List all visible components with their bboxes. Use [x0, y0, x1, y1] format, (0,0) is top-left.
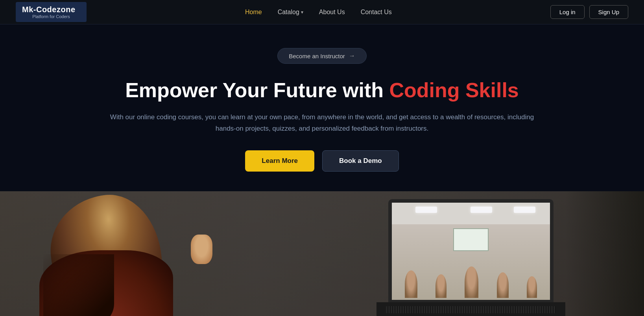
photo-simulation: [0, 191, 644, 316]
nav-links: Home Catalog ▾ About Us Contact Us: [245, 9, 392, 16]
signup-button[interactable]: Sign Up: [589, 5, 628, 19]
logo[interactable]: Mk-Codezone Platform for Coders: [16, 2, 87, 22]
chevron-down-icon: ▾: [301, 9, 303, 15]
screen-person-2: [435, 274, 447, 298]
nav-item-contact[interactable]: Contact Us: [361, 9, 392, 16]
laptop-keyboard: [376, 302, 565, 316]
hero-title: Empower Your Future with Coding Skills: [16, 78, 628, 102]
logo-title: Mk-Codezone: [22, 5, 80, 14]
keyboard-detail: [386, 306, 556, 313]
hero-title-main: Empower Your Future with: [125, 79, 389, 102]
hero-title-highlight: Coding Skills: [389, 79, 519, 102]
logo-subtitle: Platform for Coders: [22, 14, 80, 19]
screen-person-5: [527, 276, 537, 298]
woman-face: [191, 235, 212, 264]
nav-link-contact[interactable]: Contact Us: [361, 9, 392, 15]
login-button[interactable]: Log in: [550, 5, 585, 19]
nav-link-about[interactable]: About Us: [319, 9, 345, 15]
screen-light-3: [514, 207, 535, 213]
right-fade: [565, 191, 644, 316]
hero-subtitle: With our online coding courses, you can …: [106, 112, 539, 135]
nav-item-home[interactable]: Home: [245, 9, 262, 16]
laptop-screen-content: [392, 203, 550, 300]
screen-audience: [392, 262, 550, 298]
nav-actions: Log in Sign Up: [550, 5, 628, 19]
screen-whiteboard: [453, 228, 489, 251]
screen-person-1: [405, 270, 417, 298]
hero-image: [0, 191, 644, 316]
laptop-screen-frame: [388, 199, 554, 303]
hero-section: Become an Instructor → Empower Your Futu…: [0, 24, 644, 191]
hero-buttons: Learn More Book a Demo: [16, 150, 628, 172]
learn-more-button[interactable]: Learn More: [245, 150, 314, 172]
screen-person-4: [497, 272, 509, 298]
instructor-badge-text: Become an Instructor: [289, 53, 345, 59]
screen-ceiling: [392, 203, 550, 224]
laptop-visual: [376, 199, 565, 316]
screen-person-3: [465, 266, 478, 298]
book-demo-button[interactable]: Book a Demo: [322, 150, 399, 172]
instructor-badge[interactable]: Become an Instructor →: [277, 48, 367, 64]
screen-light-1: [415, 207, 437, 213]
screen-light-2: [471, 207, 492, 213]
woman-hair-strand: [43, 254, 114, 316]
navbar: Mk-Codezone Platform for Coders Home Cat…: [0, 0, 644, 24]
woman-figure: [39, 195, 236, 316]
nav-item-catalog[interactable]: Catalog ▾: [278, 9, 303, 16]
nav-item-about[interactable]: About Us: [319, 9, 345, 16]
arrow-right-icon: →: [349, 52, 355, 59]
nav-link-home[interactable]: Home: [245, 9, 262, 15]
nav-link-catalog[interactable]: Catalog ▾: [278, 9, 303, 16]
